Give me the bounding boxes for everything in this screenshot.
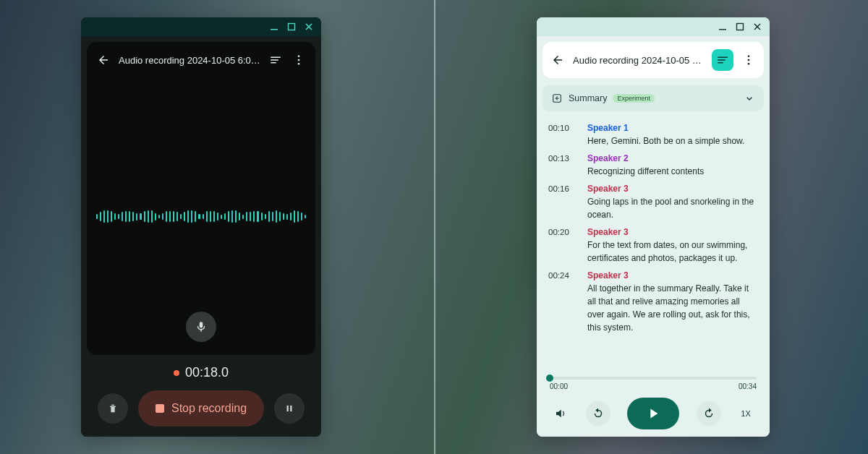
transcript-text: Going laps in the pool and snorkeling in…: [587, 195, 758, 221]
time-end: 00:34: [739, 382, 757, 390]
transcript-header-card: Audio recording 2024-10-05 6:08:3…: [542, 42, 764, 78]
transcript-row[interactable]: 00:24Speaker 3All together in the summar…: [545, 265, 761, 334]
summary-card[interactable]: Summary Experiment: [542, 85, 764, 111]
transcript-text: Recognizing different contents: [587, 165, 758, 178]
transcript-text: All together in the summary Really. Take…: [587, 282, 758, 334]
svg-rect-6: [290, 406, 292, 411]
window-maximize-icon[interactable]: [735, 22, 745, 32]
delete-button[interactable]: [98, 393, 128, 424]
svg-point-2: [298, 55, 300, 57]
svg-point-9: [748, 55, 750, 57]
seek-track[interactable]: [550, 377, 757, 380]
play-button[interactable]: [627, 398, 679, 429]
svg-point-4: [298, 63, 300, 65]
transcript-time: 00:16: [548, 184, 577, 221]
transcript-text: For the text from dates, on our swimming…: [587, 239, 758, 265]
transcript-title: Audio recording 2024-10-05 6:08:3…: [573, 55, 705, 66]
svg-rect-0: [271, 29, 278, 30]
transcript-row[interactable]: 00:20Speaker 3For the text from dates, o…: [545, 221, 761, 265]
stop-icon: [156, 404, 164, 413]
transcript-speaker: Speaker 3: [587, 184, 758, 194]
window-titlebar: [81, 17, 321, 36]
transcript-toggle-button[interactable]: [712, 49, 733, 71]
window-minimize-icon[interactable]: [718, 22, 728, 32]
window-titlebar: [537, 17, 770, 36]
recorder-window: Audio recording 2024-10-05 6:08:34 PM: [81, 17, 321, 437]
back-arrow-icon[interactable]: [550, 52, 566, 68]
volume-icon[interactable]: [553, 406, 569, 421]
transcript-row[interactable]: 00:10Speaker 1Here, Gemini. Both be on a…: [545, 117, 761, 147]
speed-button[interactable]: 1X: [738, 409, 754, 418]
svg-point-3: [298, 59, 300, 61]
stop-recording-button[interactable]: Stop recording: [138, 390, 264, 427]
summary-label: Summary: [569, 93, 607, 103]
svg-point-10: [748, 59, 750, 61]
mic-button[interactable]: [186, 312, 216, 342]
transcript-speaker: Speaker 3: [587, 227, 758, 237]
transcript-icon[interactable]: [268, 52, 284, 68]
timer-row: 00:18.0: [87, 365, 315, 380]
transcript-time: 00:13: [548, 153, 577, 178]
waveform-area: [87, 78, 315, 355]
recording-card: Audio recording 2024-10-05 6:08:34 PM: [87, 42, 315, 355]
recording-indicator-icon: [174, 370, 179, 376]
more-menu-icon[interactable]: [291, 52, 307, 68]
forward-button[interactable]: [697, 401, 721, 426]
more-menu-icon[interactable]: [741, 52, 757, 68]
chevron-down-icon: [744, 93, 755, 104]
window-maximize-icon[interactable]: [286, 22, 297, 32]
window-close-icon[interactable]: [304, 22, 314, 32]
transcript-speaker: Speaker 2: [587, 153, 758, 163]
transcript-row[interactable]: 00:13Speaker 2Recognizing different cont…: [545, 147, 761, 178]
svg-rect-5: [287, 406, 289, 411]
pause-button[interactable]: [274, 393, 305, 424]
time-start: 00:00: [550, 382, 568, 390]
recording-title: Audio recording 2024-10-05 6:08:34 PM: [119, 55, 260, 66]
window-close-icon[interactable]: [752, 22, 762, 32]
rewind-button[interactable]: [586, 401, 610, 426]
waveform: [96, 202, 307, 231]
transcript-text: Here, Gemini. Both be on a simple show.: [587, 134, 758, 147]
transcript-speaker: Speaker 1: [587, 123, 758, 133]
svg-rect-8: [737, 24, 744, 30]
transcript-time: 00:24: [548, 270, 577, 334]
experiment-badge: Experiment: [613, 94, 655, 103]
transcript-time: 00:10: [548, 123, 577, 147]
transcript-time: 00:20: [548, 227, 577, 265]
summary-sparkle-icon: [551, 93, 563, 104]
transcript-speaker: Speaker 3: [587, 270, 758, 280]
svg-rect-1: [289, 24, 295, 30]
player: 00:00 00:34 1X: [542, 367, 764, 429]
transcript-window: Audio recording 2024-10-05 6:08:3… Summa…: [537, 17, 770, 437]
stop-label: Stop recording: [171, 402, 247, 415]
transcript-row[interactable]: 00:16Speaker 3Going laps in the pool and…: [545, 178, 761, 221]
back-arrow-icon[interactable]: [95, 52, 111, 68]
svg-rect-7: [719, 29, 726, 30]
seek-thumb[interactable]: [546, 374, 553, 382]
svg-point-11: [748, 63, 750, 65]
transcript-list: 00:10Speaker 1Here, Gemini. Both be on a…: [542, 117, 764, 362]
window-minimize-icon[interactable]: [269, 22, 279, 32]
timer: 00:18.0: [185, 365, 229, 380]
